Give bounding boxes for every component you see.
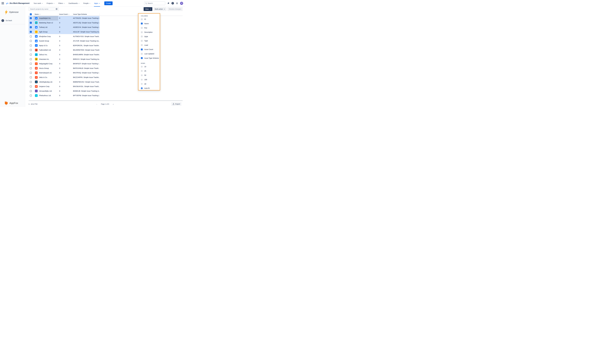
previous-page-arrow-icon[interactable]: ← (96, 103, 98, 105)
column-header-issue-type-scheme[interactable]: Issue Type Scheme (72, 13, 99, 16)
column-header-issue-count[interactable]: Issue Count (58, 13, 72, 16)
project-search-input[interactable] (30, 8, 56, 10)
project-name-cell[interactable]: ▲Juupobejani Inc. (34, 16, 58, 20)
column-toggle-last-updated[interactable]: Last Updated (141, 52, 160, 56)
column-toggle-id[interactable]: ID (141, 17, 160, 21)
project-name-cell[interactable]: ⚙Josjanro Corp. (34, 84, 58, 89)
row-checkbox[interactable] (30, 26, 32, 28)
row-checkbox[interactable] (30, 31, 32, 33)
table-row[interactable]: ◉Uletefojakukig Ltd.0BMBNFBSVKZ: Simple … (29, 80, 99, 84)
project-name-cell[interactable]: ☁Kihujlufuw Corp. (34, 34, 58, 39)
nav-item-dashboards[interactable]: Dashboards▼ (68, 0, 80, 6)
row-checkbox[interactable] (30, 22, 32, 24)
project-name-cell[interactable]: ▤Jinaceara Inc. (34, 57, 58, 61)
checkbox-icon[interactable] (141, 40, 143, 42)
gear-icon[interactable] (176, 2, 178, 5)
table-row[interactable]: ▲Juupobejani Inc.0ACTDGZG: Simple Issue … (29, 16, 99, 20)
table-row[interactable]: ⚡Nelgutagaful Corp.0BKNPDDT: Simple Issu… (29, 61, 99, 66)
table-row[interactable]: ⚙Josjanro Corp.0BNVSKAYOIL: Simple Issue… (29, 84, 99, 89)
user-avatar[interactable]: JR (180, 2, 183, 5)
column-toggle-key[interactable]: Key (141, 26, 160, 30)
project-name-cell[interactable]: ☻Zafuczi Inc. (34, 52, 58, 57)
rows-option-25[interactable]: 25 (141, 69, 160, 73)
project-name-cell[interactable]: ◗Vensazofojku Ltd. (34, 89, 58, 93)
checkbox-icon[interactable] (141, 31, 143, 33)
table-row[interactable]: ☺Apoju & Co.0BDPIORCRL: Simple Issue Tra… (29, 43, 99, 48)
table-row[interactable]: ▯Fiheluohvuc Ltd.0BPTVEPW: Simple Issue … (29, 93, 99, 98)
row-checkbox[interactable] (30, 40, 32, 42)
project-name-cell[interactable]: ▯Fiheluohvuc Ltd. (34, 93, 58, 98)
project-name-cell[interactable]: ☁Tuthooj Ltd. (34, 25, 58, 30)
select-all-checkbox[interactable] (30, 13, 32, 15)
checkbox-icon[interactable] (141, 44, 143, 46)
checkbox-icon[interactable] (141, 18, 143, 20)
row-checkbox[interactable] (30, 54, 32, 56)
nav-item-apps[interactable]: Apps▼ (94, 0, 100, 6)
rows-option-100[interactable]: 100 (141, 78, 160, 82)
nav-item-your-work[interactable]: Your work▼ (33, 0, 43, 6)
checkbox-icon[interactable] (141, 27, 143, 29)
rows-option-all[interactable]: All (141, 82, 160, 86)
project-name-cell[interactable]: ‖Jebiz & Co. (34, 75, 58, 80)
checkbox-icon[interactable] (141, 23, 143, 24)
nav-item-people[interactable]: People▼ (83, 0, 91, 6)
project-name-cell[interactable]: ☁Susiok Group (34, 39, 58, 43)
app-switcher-icon[interactable] (2, 2, 4, 4)
table-row[interactable]: ☁Kihujlufuw Corp.0AUTMOVYGS: Simple Issu… (29, 34, 99, 39)
column-toggle-type[interactable]: Type (141, 39, 160, 43)
row-checkbox[interactable] (30, 49, 32, 51)
next-page-arrow-icon[interactable]: → (112, 103, 114, 105)
column-toggle-lead[interactable]: Lead (141, 43, 160, 47)
column-toggle-style[interactable]: Style (141, 34, 160, 39)
row-checkbox[interactable] (30, 63, 32, 65)
project-name-cell[interactable]: ⚡Nelgutagaful Corp. (34, 61, 58, 66)
checkbox-icon[interactable] (141, 49, 143, 50)
table-row[interactable]: ◗Vensazofojku Ltd.0BOMKUB: Simple Issue … (29, 89, 99, 93)
project-name-cell[interactable]: ☺Apoju & Co. (34, 43, 58, 48)
table-row[interactable]: ≡Etamubazjod Ltd.0BKSTRXQ: Simple Issue … (29, 71, 99, 75)
table-row[interactable]: ☻Zafuczi Inc.0BHWSUMRN: Simple Issue Tra… (29, 52, 99, 57)
rows-option-auto-fit[interactable]: Auto-fit (141, 86, 160, 91)
horizontal-scrollbar[interactable] (29, 100, 183, 101)
column-toggle-issue-type-scheme[interactable]: Issue Type Scheme (141, 56, 160, 60)
radio-icon[interactable] (141, 79, 143, 81)
export-button[interactable]: Export (171, 102, 181, 106)
radio-icon[interactable] (141, 70, 143, 72)
view-button[interactable]: View▼ (144, 7, 152, 11)
rows-option-50[interactable]: 50 (141, 73, 160, 78)
go-back-button[interactable]: Go back (0, 18, 25, 23)
project-name-cell[interactable]: ◉Marketing Team v2 (34, 20, 58, 25)
table-row[interactable]: ▤Jinaceara Inc.0BIRKIVX: Simple Issue Tr… (29, 57, 99, 61)
table-row[interactable]: ⚙Hovzu Group0BKPGVHNLB: Simple Issue Tra… (29, 66, 99, 71)
clear-search-icon[interactable] (56, 8, 58, 10)
column-toggle-issue-count[interactable]: Issue Count (141, 47, 160, 52)
column-toggle-description[interactable]: Description (141, 30, 160, 34)
row-checkbox[interactable] (30, 76, 32, 78)
row-checkbox[interactable] (30, 81, 32, 83)
radio-icon[interactable] (141, 83, 143, 85)
rows-option-10[interactable]: 10 (141, 65, 160, 69)
row-checkbox[interactable] (30, 35, 32, 37)
megaphone-icon[interactable] (167, 2, 169, 4)
checkbox-icon[interactable] (141, 57, 143, 59)
column-header-name[interactable]: Name (34, 13, 58, 16)
table-row[interactable]: ◉Tujifunekbel Ltd.0BGJORMYROI: Simple Is… (29, 48, 99, 52)
row-checkbox[interactable] (30, 45, 32, 46)
table-row[interactable]: ⚑Agfo Group0ASULSF: Simple Issue Trackin… (29, 30, 99, 34)
table-row[interactable]: ◉Marketing Team v20AEOTLOQ: Simple Issue… (29, 20, 99, 25)
column-toggle-name[interactable]: Name (141, 21, 160, 26)
nav-item-filters[interactable]: Filters▼ (58, 0, 65, 6)
row-checkbox[interactable] (30, 72, 32, 74)
table-row[interactable]: ☁Tuthooj Ltd.0ASOEGYA: Simple Issue Trac… (29, 25, 99, 30)
nav-item-projects[interactable]: Projects▼ (46, 0, 55, 6)
review-changes-button[interactable]: Review changes (167, 7, 183, 11)
radio-icon[interactable] (141, 66, 143, 68)
radio-icon[interactable] (141, 87, 143, 89)
bulk-action-button[interactable]: Bulk action▼ (153, 7, 166, 11)
row-checkbox[interactable] (30, 67, 32, 69)
project-name-cell[interactable]: ⚑Agfo Group (34, 30, 58, 34)
project-name-cell[interactable]: ◉Tujifunekbel Ltd. (34, 48, 58, 52)
project-name-cell[interactable]: ⚙Hovzu Group (34, 66, 58, 71)
row-checkbox[interactable] (30, 17, 32, 19)
checkbox-icon[interactable] (141, 36, 143, 37)
